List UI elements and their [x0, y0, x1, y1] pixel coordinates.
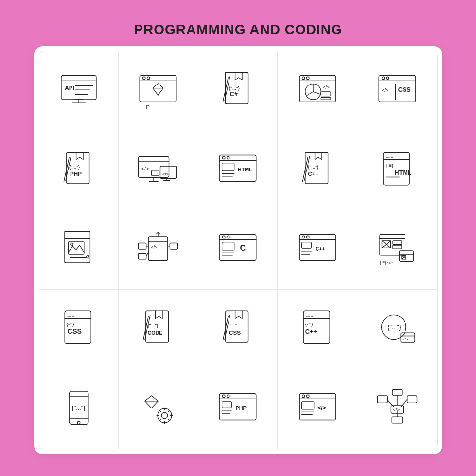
svg-point-24	[302, 77, 304, 79]
icon-css-book: {"..."} CSS	[198, 290, 278, 370]
icon-code-book: {"..."} CODE	[119, 290, 198, 370]
svg-rect-85	[139, 243, 146, 250]
svg-text:CSS: CSS	[229, 329, 241, 336]
svg-text:PHP: PHP	[235, 405, 246, 411]
svg-point-149	[77, 421, 80, 424]
svg-text:</>: </>	[162, 172, 169, 177]
svg-text:PHP: PHP	[70, 170, 82, 177]
svg-point-35	[382, 77, 384, 79]
svg-text:— ≡: — ≡	[386, 155, 393, 159]
icon-grid: API {".	[39, 51, 438, 449]
svg-rect-187	[392, 390, 402, 396]
svg-text:</>: </>	[141, 166, 149, 171]
svg-text:HTML: HTML	[238, 167, 252, 172]
svg-text:</>: </>	[322, 85, 330, 90]
svg-rect-92	[219, 235, 256, 261]
svg-point-103	[306, 236, 309, 238]
svg-point-165	[222, 395, 225, 397]
icon-code-circle: {"..."} </>	[357, 290, 437, 370]
icon-network-stand: </>	[357, 369, 437, 449]
svg-point-102	[302, 236, 304, 238]
icon-diamond-browser: {"...}	[119, 51, 198, 131]
icon-css-doc: — ≡ {-≡} CSS	[39, 290, 119, 370]
svg-text:{"..."}: {"..."}	[148, 323, 159, 328]
svg-rect-9	[140, 76, 177, 102]
svg-rect-167	[222, 402, 232, 408]
icon-code-browser2: </>	[278, 369, 357, 449]
icon-browser-chart: </>	[278, 51, 357, 131]
svg-text:{"..."}: {"..."}	[388, 324, 401, 331]
icon-card: API {".	[34, 46, 442, 454]
icon-cpp-book: {"..."} C++	[278, 131, 357, 211]
svg-point-11	[143, 77, 145, 79]
svg-text:CSS: CSS	[67, 327, 82, 335]
icon-css-browser: </> CSS	[357, 51, 437, 131]
svg-text:</>: </>	[402, 337, 408, 341]
svg-text:{"...}: {"...}	[146, 104, 155, 109]
svg-marker-151	[145, 396, 158, 408]
svg-text:HTML: HTML	[394, 170, 411, 176]
svg-point-58	[222, 156, 225, 159]
svg-rect-96	[222, 242, 234, 250]
svg-point-95	[227, 236, 229, 238]
icon-image-book	[39, 210, 119, 290]
icon-php-browser2: PHP	[198, 369, 278, 449]
svg-text:{-≡}: {-≡}	[305, 322, 313, 327]
svg-rect-31	[321, 92, 331, 96]
svg-point-94	[222, 236, 225, 238]
svg-text:{"..."}: {"..."}	[229, 85, 240, 91]
svg-text:— ≡: — ≡	[306, 314, 313, 318]
svg-rect-179	[392, 417, 403, 423]
svg-point-36	[386, 77, 388, 79]
svg-marker-81	[85, 255, 89, 258]
icon-html-doc: — ≡ {-≡} HTML	[357, 131, 437, 211]
svg-text:— ≡: — ≡	[67, 314, 74, 318]
icon-html-browser: HTML	[198, 131, 278, 211]
svg-line-161	[168, 410, 170, 412]
svg-point-12	[147, 77, 150, 79]
svg-rect-60	[222, 163, 234, 171]
icon-wireframe-doc: {-≡} </>	[357, 210, 437, 290]
svg-rect-114	[393, 245, 402, 249]
svg-text:{-≡}: {-≡}	[386, 163, 393, 168]
svg-text:{"..."}: {"..."}	[308, 164, 319, 170]
svg-text:{-≡}: {-≡}	[67, 322, 74, 327]
svg-line-160	[168, 419, 170, 421]
svg-line-184	[387, 399, 394, 407]
svg-rect-86	[139, 254, 146, 260]
svg-text:</>: </>	[151, 245, 158, 250]
svg-text:API: API	[65, 85, 74, 91]
svg-line-162	[159, 419, 161, 421]
svg-point-166	[227, 395, 229, 397]
icon-cpp-browser: C++	[278, 210, 357, 290]
page-title: PROGRAMMING AND CODING	[134, 22, 342, 37]
svg-rect-48	[152, 170, 159, 176]
svg-text:C++: C++	[315, 246, 325, 252]
svg-text:</>: </>	[381, 87, 388, 93]
svg-text:CODE: CODE	[148, 330, 163, 336]
svg-text:{"..."}: {"..."}	[69, 164, 80, 170]
svg-line-186	[401, 399, 407, 407]
svg-text:C#: C#	[230, 91, 238, 98]
svg-text:C: C	[240, 243, 246, 252]
svg-rect-87	[170, 243, 178, 250]
svg-text:</>: </>	[317, 405, 326, 411]
svg-point-174	[306, 395, 309, 397]
svg-text:{"..."}: {"..."}	[228, 323, 239, 328]
svg-line-28	[313, 92, 320, 94]
svg-marker-13	[153, 84, 164, 95]
svg-point-154	[162, 412, 168, 419]
svg-point-173	[302, 395, 304, 397]
icon-csharp-book: {"..."} C#	[198, 51, 278, 131]
icon-c-browser: C	[198, 210, 278, 290]
svg-line-29	[306, 92, 313, 96]
icon-diamond-gear	[119, 369, 198, 449]
svg-text:C++: C++	[305, 328, 317, 335]
icon-code-monitor: </> </>	[119, 131, 198, 211]
svg-point-59	[227, 156, 229, 159]
icon-code-connect: </>	[119, 210, 198, 290]
icon-mobile-code: {"..."}	[39, 369, 119, 449]
svg-rect-32	[321, 98, 331, 100]
svg-point-25	[306, 77, 309, 79]
icon-api-monitor: API	[39, 51, 119, 131]
